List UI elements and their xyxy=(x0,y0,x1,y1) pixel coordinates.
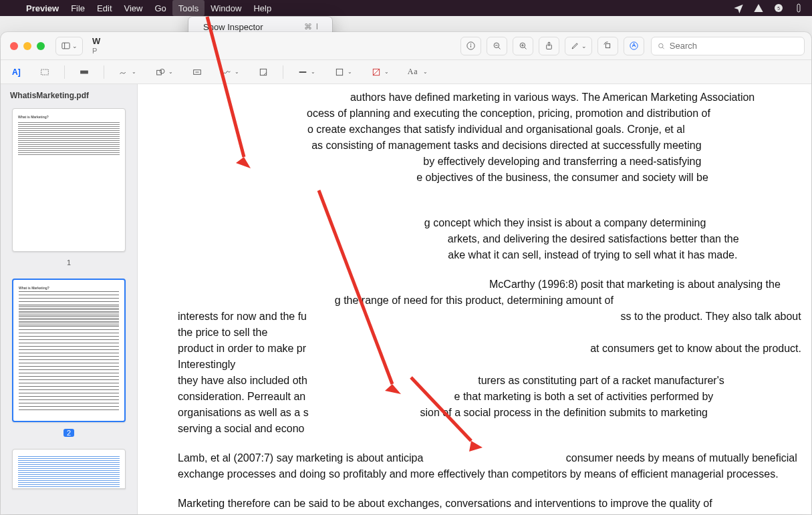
tools-menu-button[interactable]: Tools xyxy=(172,0,205,16)
sidebar-filename: WhatisMarketing.pdf xyxy=(10,91,128,100)
share-button[interactable] xyxy=(539,37,559,55)
note-tool[interactable] xyxy=(253,63,273,81)
page-number-2: 2 xyxy=(10,429,128,437)
window-controls xyxy=(10,42,45,50)
thumbnail-2[interactable]: What is Marketing? xyxy=(12,279,126,422)
text-tool[interactable] xyxy=(187,63,207,81)
menubar: Preview File Edit View Go Tools Window H… xyxy=(0,0,812,16)
border-color[interactable]: ⌄ xyxy=(329,63,357,81)
preview-window: ⌄ W P ⌄ A​] ⌄ ⌄ ⌄ ⌄ ⌄ xyxy=(1,32,811,514)
maximize-button[interactable] xyxy=(37,42,45,50)
svg-line-12 xyxy=(524,47,526,49)
text-style[interactable]: Aa⌄ xyxy=(403,63,432,81)
zoom-in-button[interactable] xyxy=(513,37,533,55)
help-menu[interactable]: Help xyxy=(247,0,277,16)
svg-line-9 xyxy=(498,47,500,49)
window-body: WhatisMarketing.pdf What is Marketing? 1… xyxy=(1,84,811,514)
svg-line-19 xyxy=(662,47,664,49)
svg-rect-21 xyxy=(80,71,88,73)
search-icon xyxy=(657,41,666,51)
info-button[interactable] xyxy=(460,37,481,55)
menubar-extras: 5 xyxy=(733,3,804,13)
search-box[interactable] xyxy=(651,37,805,55)
markup-toolbar: A​] ⌄ ⌄ ⌄ ⌄ ⌄ ⌄ Aa⌄ xyxy=(1,60,811,84)
thumbnail-3[interactable] xyxy=(12,449,126,489)
search-input[interactable] xyxy=(670,41,799,51)
highlight-button[interactable]: ⌄ xyxy=(565,37,592,55)
apple-menu[interactable] xyxy=(8,0,20,16)
circle-icon[interactable]: 5 xyxy=(773,3,784,13)
triangle-icon[interactable] xyxy=(753,3,764,13)
edit-menu[interactable]: Edit xyxy=(91,0,118,16)
view-menu[interactable]: View xyxy=(118,0,149,16)
app-menu[interactable]: Preview xyxy=(20,0,65,16)
shapes-tool[interactable]: ⌄ xyxy=(150,63,178,81)
rotate-button[interactable] xyxy=(597,37,618,55)
attachment-icon[interactable] xyxy=(793,3,804,13)
sketch-tool[interactable]: ⌄ xyxy=(114,63,141,81)
svg-point-23 xyxy=(160,69,164,73)
sign-tool[interactable]: ⌄ xyxy=(217,63,244,81)
svg-rect-20 xyxy=(41,69,48,75)
svg-point-7 xyxy=(470,44,471,45)
file-menu[interactable]: File xyxy=(65,0,91,16)
rect-selection-tool[interactable] xyxy=(35,63,55,81)
svg-rect-16 xyxy=(605,43,610,47)
text-selection-tool[interactable]: A​] xyxy=(7,63,25,81)
fill-color[interactable]: ⌄ xyxy=(366,63,394,81)
window-menu[interactable]: Window xyxy=(205,0,247,16)
titlebar: ⌄ W P ⌄ xyxy=(1,32,811,60)
svg-rect-3 xyxy=(62,43,70,49)
sidebar-toggle[interactable]: ⌄ xyxy=(55,37,83,55)
thumbnail-1[interactable]: What is Marketing? xyxy=(12,108,126,252)
zoom-out-button[interactable] xyxy=(487,37,507,55)
close-button[interactable] xyxy=(10,42,18,50)
border-style[interactable]: ⌄ xyxy=(293,63,320,81)
doc-subtitle: P xyxy=(92,46,100,55)
plane-icon[interactable] xyxy=(733,3,744,13)
minimize-button[interactable] xyxy=(23,42,31,50)
svg-rect-26 xyxy=(260,69,266,75)
svg-rect-28 xyxy=(336,69,342,75)
thumbnail-sidebar: WhatisMarketing.pdf What is Marketing? 1… xyxy=(1,84,138,514)
doc-title: W xyxy=(92,37,100,46)
redact-tool[interactable] xyxy=(74,63,94,81)
svg-text:5: 5 xyxy=(777,6,780,11)
document-content[interactable]: What is marketing? Several well knoautho… xyxy=(138,84,811,514)
markup-button[interactable] xyxy=(624,37,644,55)
go-menu[interactable]: Go xyxy=(148,0,172,16)
svg-rect-2 xyxy=(797,4,800,12)
page-number-1: 1 xyxy=(10,259,128,267)
title-area: W P xyxy=(90,37,100,55)
